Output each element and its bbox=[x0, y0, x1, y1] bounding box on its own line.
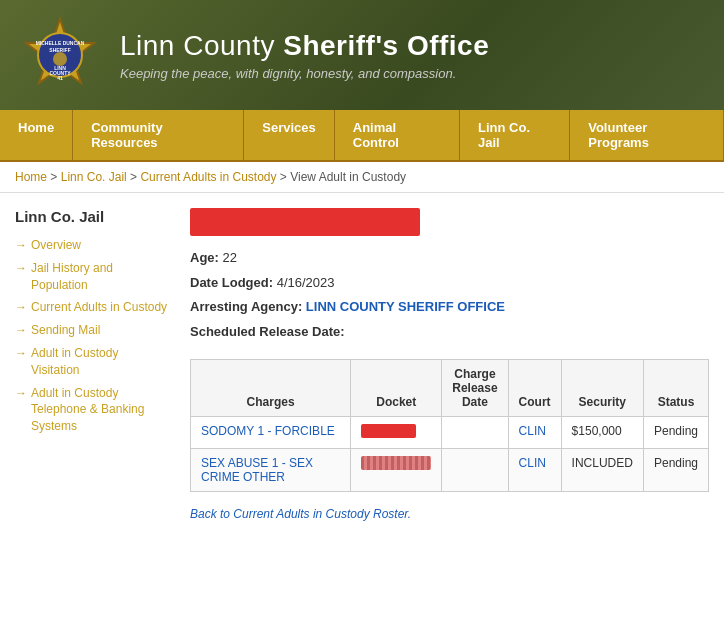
docket-1 bbox=[351, 417, 442, 449]
col-header-security: Security bbox=[561, 360, 643, 417]
col-header-charge-release-date: ChargeReleaseDate bbox=[442, 360, 508, 417]
sidebar-item-sending-mail: → Sending Mail bbox=[15, 322, 170, 339]
sidebar-link-history[interactable]: Jail History and Population bbox=[31, 260, 170, 294]
sidebar-item-current-adults: → Current Adults in Custody bbox=[15, 299, 170, 316]
nav-linn-co-jail[interactable]: Linn Co. Jail bbox=[460, 110, 570, 160]
sidebar-nav: → Overview → Jail History and Population… bbox=[15, 237, 170, 435]
sidebar-item-history: → Jail History and Population bbox=[15, 260, 170, 294]
sidebar-item-telephone: → Adult in Custody Telephone & Banking S… bbox=[15, 385, 170, 435]
arrow-icon: → bbox=[15, 323, 27, 337]
main-layout: Linn Co. Jail → Overview → Jail History … bbox=[0, 193, 724, 536]
sidebar-item-visitation: → Adult in Custody Visitation bbox=[15, 345, 170, 379]
arrow-icon: → bbox=[15, 300, 27, 314]
status-1: Pending bbox=[643, 417, 708, 449]
table-row: SEX ABUSE 1 - SEX CRIME OTHER CLIN INCLU… bbox=[191, 449, 709, 492]
content-area: Age: 22 Date Lodged: 4/16/2023 Arresting… bbox=[190, 208, 709, 521]
sidebar-link-sending-mail[interactable]: Sending Mail bbox=[31, 322, 100, 339]
svg-text:MICHELLE DUNCAN: MICHELLE DUNCAN bbox=[36, 40, 85, 46]
nav-home[interactable]: Home bbox=[0, 110, 73, 160]
scheduled-release-row: Scheduled Release Date: bbox=[190, 322, 709, 342]
main-nav: Home Community Resources Services Animal… bbox=[0, 110, 724, 162]
breadcrumb-home[interactable]: Home bbox=[15, 170, 47, 184]
sidebar: Linn Co. Jail → Overview → Jail History … bbox=[15, 208, 170, 521]
breadcrumb-current: View Adult in Custody bbox=[290, 170, 406, 184]
table-header-row: Charges Docket ChargeReleaseDate Court S… bbox=[191, 360, 709, 417]
sidebar-title: Linn Co. Jail bbox=[15, 208, 170, 225]
sheriff-badge-icon: MICHELLE DUNCAN SHERIFF LINN COUNTY 41 bbox=[20, 15, 100, 95]
sidebar-link-visitation[interactable]: Adult in Custody Visitation bbox=[31, 345, 170, 379]
sidebar-link-telephone[interactable]: Adult in Custody Telephone & Banking Sys… bbox=[31, 385, 170, 435]
date-lodged-value: 4/16/2023 bbox=[277, 275, 335, 290]
charge-2-link[interactable]: SEX ABUSE 1 - SEX CRIME OTHER bbox=[201, 456, 313, 484]
security-2: INCLUDED bbox=[561, 449, 643, 492]
site-title: Linn County Sheriff's Office bbox=[120, 30, 489, 62]
arrow-icon: → bbox=[15, 346, 27, 360]
docket-2 bbox=[351, 449, 442, 492]
court-1: CLIN bbox=[508, 417, 561, 449]
docket-1-redacted bbox=[361, 424, 416, 438]
breadcrumb-custody[interactable]: Current Adults in Custody bbox=[140, 170, 276, 184]
sidebar-item-overview: → Overview bbox=[15, 237, 170, 254]
date-lodged-row: Date Lodged: 4/16/2023 bbox=[190, 273, 709, 293]
court-2: CLIN bbox=[508, 449, 561, 492]
arrow-icon: → bbox=[15, 386, 27, 400]
arrow-icon: → bbox=[15, 261, 27, 275]
charges-table: Charges Docket ChargeReleaseDate Court S… bbox=[190, 359, 709, 492]
redacted-name-bar bbox=[190, 208, 420, 236]
breadcrumb-jail[interactable]: Linn Co. Jail bbox=[61, 170, 127, 184]
col-header-status: Status bbox=[643, 360, 708, 417]
back-to-roster-link[interactable]: Back to Current Adults in Custody Roster… bbox=[190, 507, 709, 521]
charge-release-date-1 bbox=[442, 417, 508, 449]
arrow-icon: → bbox=[15, 238, 27, 252]
svg-text:41: 41 bbox=[57, 75, 63, 81]
nav-services[interactable]: Services bbox=[244, 110, 335, 160]
arresting-agency-row: Arresting Agency: LINN COUNTY SHERIFF OF… bbox=[190, 297, 709, 317]
sidebar-link-overview[interactable]: Overview bbox=[31, 237, 81, 254]
age-value: 22 bbox=[223, 250, 237, 265]
col-header-court: Court bbox=[508, 360, 561, 417]
charge-2: SEX ABUSE 1 - SEX CRIME OTHER bbox=[191, 449, 351, 492]
nav-volunteer-programs[interactable]: Volunteer Programs bbox=[570, 110, 724, 160]
court-2-link[interactable]: CLIN bbox=[519, 456, 546, 470]
status-2: Pending bbox=[643, 449, 708, 492]
sidebar-link-current-adults[interactable]: Current Adults in Custody bbox=[31, 299, 167, 316]
table-row: SODOMY 1 - FORCIBLE CLIN $150,000 Pendin… bbox=[191, 417, 709, 449]
nav-animal-control[interactable]: Animal Control bbox=[335, 110, 460, 160]
header-title-block: Linn County Sheriff's Office Keeping the… bbox=[120, 30, 489, 81]
breadcrumb: Home > Linn Co. Jail > Current Adults in… bbox=[0, 162, 724, 193]
docket-2-redacted bbox=[361, 456, 431, 470]
security-1: $150,000 bbox=[561, 417, 643, 449]
charge-release-date-2 bbox=[442, 449, 508, 492]
nav-community-resources[interactable]: Community Resources bbox=[73, 110, 244, 160]
page-header: MICHELLE DUNCAN SHERIFF LINN COUNTY 41 L… bbox=[0, 0, 724, 110]
col-header-docket: Docket bbox=[351, 360, 442, 417]
charge-1-link[interactable]: SODOMY 1 - FORCIBLE bbox=[201, 424, 335, 438]
site-subtitle: Keeping the peace, with dignity, honesty… bbox=[120, 66, 489, 81]
age-row: Age: 22 bbox=[190, 248, 709, 268]
record-info: Age: 22 Date Lodged: 4/16/2023 Arresting… bbox=[190, 248, 709, 341]
charge-1: SODOMY 1 - FORCIBLE bbox=[191, 417, 351, 449]
arresting-agency-link[interactable]: LINN COUNTY SHERIFF OFFICE bbox=[306, 299, 505, 314]
court-1-link[interactable]: CLIN bbox=[519, 424, 546, 438]
svg-point-5 bbox=[53, 52, 67, 66]
col-header-charges: Charges bbox=[191, 360, 351, 417]
